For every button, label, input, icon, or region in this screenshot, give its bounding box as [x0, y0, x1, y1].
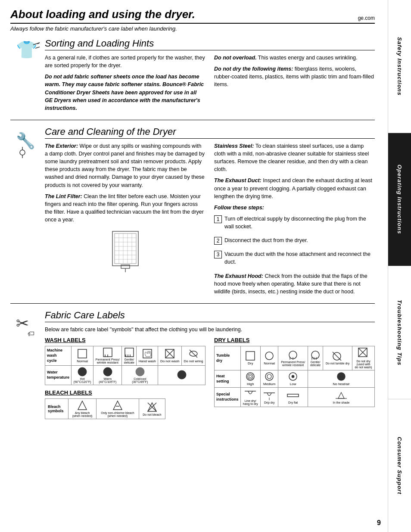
overload-text: This wastes energy and causes wrinkling.: [257, 55, 358, 61]
sorting-p2: Do not add fabric softener sheets once t…: [45, 73, 206, 112]
tumble-dry-row: Tumbledry Dry Normal Perma: [215, 346, 375, 370]
temp-warm: Warm(40°C/105°F): [93, 366, 122, 385]
care-col2: Stainless Steel: To clean stainless stee…: [214, 142, 375, 299]
care-col1: The Exterior: Wipe or dust any spills or…: [45, 142, 206, 299]
svg-rect-24: [78, 349, 87, 358]
labels-grid: WASH LABELS Machinewashcycle Normal Perm…: [45, 337, 375, 419]
care-title: Care and Cleaning of the Dryer: [45, 126, 375, 139]
special-dry-flat: Dry flat: [278, 388, 308, 407]
stainless-p: Stainless Steel: To clean stainless stee…: [214, 142, 375, 174]
dry-sym-perm: Permanent Press/wrinkle resistant: [278, 346, 308, 370]
fabric-subtitle: Below are fabric care label "symbols" th…: [45, 326, 375, 333]
wash-labels-title: WASH LABELS: [45, 337, 206, 343]
care-icon: 🔧: [10, 126, 45, 299]
bleach-nonchlorine: Only non-chlorine bleach(when needed): [97, 399, 139, 419]
page-subtitle: Always follow the fabric manufacturer's …: [10, 25, 375, 32]
lint-p: The Lint Filter: Clean the lint filter b…: [45, 193, 206, 224]
sorting-p3: Do not overload. This wastes energy and …: [214, 54, 375, 62]
machine-wash-label: Machinewashcycle: [45, 346, 72, 366]
lint-filter-image: [45, 227, 206, 276]
special-in-shade: In the shade: [308, 388, 375, 407]
exhaust-p: The Exhaust Duct: Inspect and clean the …: [214, 177, 375, 200]
dry-sym-normal: Normal: [261, 346, 278, 370]
heat-high: High: [240, 370, 261, 388]
fabric-icon: ✂ 🏷: [10, 310, 45, 419]
svg-rect-20: [121, 265, 130, 268]
water-temp-row: Watertemperature Hot(50°C/120°F) Warm(40…: [45, 366, 206, 385]
tab-operating-instructions[interactable]: Operating Instructions: [388, 133, 411, 266]
fabric-section: ✂ 🏷 Fabric Care Labels Below are fabric …: [10, 310, 375, 419]
svg-point-66: [267, 374, 271, 379]
wash-sym-hand: Hand wash: [137, 346, 158, 366]
dry-sym-dry: Dry: [240, 346, 261, 370]
sorting-body: Sorting and Loading Hints As a general r…: [45, 38, 375, 115]
svg-point-53: [311, 351, 319, 359]
bleach-labels-title: BLEACH LABELS: [45, 389, 206, 396]
sorting-columns: As a general rule, if clothes are sorted…: [45, 54, 375, 115]
wash-labels-col: WASH LABELS Machinewashcycle Normal Perm…: [45, 337, 206, 419]
svg-point-39: [103, 367, 112, 376]
tab-consumer-support[interactable]: Consumer Support: [388, 399, 411, 532]
dry-sym-gentle: Gentle/delicate: [308, 346, 323, 370]
svg-point-65: [265, 373, 273, 380]
dry-labels-col: DRY LABELS Tumbledry Dry Normal: [214, 337, 375, 419]
care-section: 🔧 Care and Cleaning of the Dryer The Ext…: [10, 126, 375, 304]
wash-sym-perm: Permanent Press/wrinkle resistant: [93, 346, 122, 366]
sorting-icon: 👕: [10, 38, 45, 115]
dry-table: Tumbledry Dry Normal Perma: [214, 346, 375, 407]
special-drip-dry: Drip dry: [261, 388, 278, 407]
wash-sym-donot: Do not wash: [158, 346, 182, 366]
bleach-row: Bleachsymbols Any bleach(when needed): [45, 399, 165, 419]
page-title: About loading and using the dryer. ge.co…: [10, 8, 375, 24]
sorting-title: Sorting and Loading Hints: [45, 38, 375, 50]
svg-point-64: [249, 375, 252, 378]
svg-rect-8: [112, 231, 138, 266]
special-instructions-label: Specialinstructions: [215, 388, 241, 407]
dry-labels-title: DRY LABELS: [214, 337, 375, 343]
sorting-col2: Do not overload. This wastes energy and …: [214, 54, 375, 115]
temp-cold: Cold/cool(30°C/85°F): [122, 366, 158, 385]
heat-setting-label: Heatsetting: [215, 370, 241, 388]
exterior-p: The Exterior: Wipe or dust any spills or…: [45, 142, 206, 189]
tumble-dry-label: Tumbledry: [215, 346, 241, 370]
svg-point-49: [265, 352, 273, 360]
svg-rect-73: [287, 394, 299, 397]
sorting-section: 👕 Sorting and Loading Hints As a general…: [10, 38, 375, 120]
temp-hot: Hot(50°C/120°F): [72, 366, 93, 385]
bleach-none: Do not bleach: [139, 399, 165, 419]
fabric-title: Fabric Care Labels: [45, 310, 375, 322]
heat-none: No heat/air: [308, 370, 375, 388]
bleach-section: BLEACH LABELS Bleachsymbols Any bleach(w…: [45, 389, 206, 419]
fabric-body: Fabric Care Labels Below are fabric care…: [45, 310, 375, 419]
heat-setting-row: Heatsetting High Medium Lo: [215, 370, 375, 388]
svg-point-41: [177, 370, 186, 379]
svg-text:👕: 👕: [16, 40, 37, 60]
wash-sym-gentle: Gentle/delicate: [122, 346, 137, 366]
svg-rect-48: [246, 352, 255, 360]
step-1: 1 Turn off electrical supply by disconne…: [214, 215, 375, 234]
follow-steps: Follow these steps:: [214, 204, 375, 212]
dry-sym-nodrywash: Do not dry(used withdo not wash): [352, 346, 375, 370]
heat-medium: Medium: [261, 370, 278, 388]
dry-sym-notumble: Do not tumble dry: [323, 346, 352, 370]
tab-safety-instructions[interactable]: Safety Instructions: [388, 0, 411, 133]
svg-point-69: [337, 373, 345, 380]
step-3: 3 Vacuum the duct with the hose attachme…: [214, 250, 375, 269]
step-2: 2 Disconnect the duct from the dryer.: [214, 236, 375, 248]
svg-text:🏷: 🏷: [28, 330, 34, 337]
page-title-text: About loading and using the dryer.: [10, 8, 195, 21]
exhaust-hood-p: The Exhaust Hood: Check from the outside…: [214, 272, 375, 296]
svg-text:🔧: 🔧: [16, 131, 35, 150]
sorting-p4: Do not dry the following items: fibergla…: [214, 65, 375, 88]
dry-items-label: Do not dry the following items:: [214, 66, 293, 72]
special-line-dry: Line dry/hang to dry: [240, 388, 261, 407]
heat-low: Low: [278, 370, 308, 388]
wash-sym-nowring: Do not wring: [181, 346, 205, 366]
page-number: 9: [377, 519, 381, 527]
tab-troubleshooting-tips[interactable]: Troubleshooting Tips: [388, 266, 411, 399]
special-instructions-row: Specialinstructions Line dry/hang to dry: [215, 388, 375, 407]
svg-point-68: [292, 375, 294, 378]
svg-rect-9: [115, 233, 136, 264]
temp-noheater: [158, 366, 206, 385]
svg-line-58: [333, 352, 341, 361]
